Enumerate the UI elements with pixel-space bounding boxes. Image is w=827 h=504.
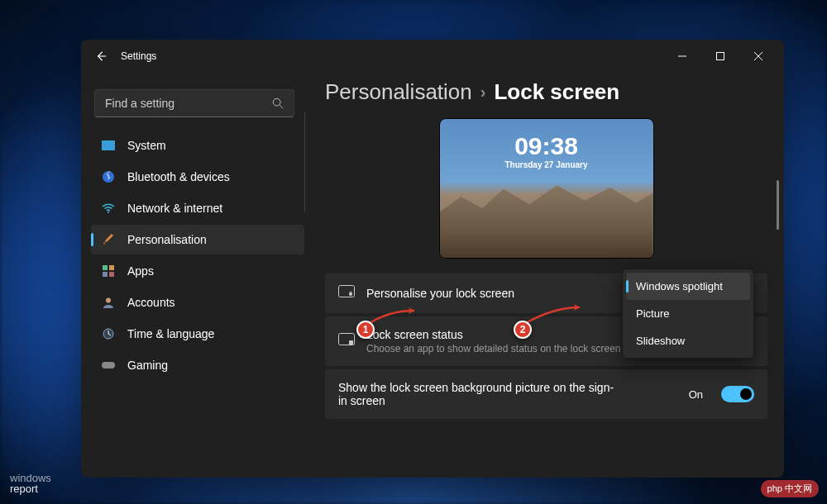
svg-rect-12 xyxy=(339,286,355,297)
gaming-icon xyxy=(101,358,116,373)
dropdown-option-spotlight[interactable]: Windows spotlight xyxy=(626,273,750,300)
maximize-button[interactable] xyxy=(701,43,739,69)
sidebar-item-network[interactable]: Network & internet xyxy=(91,193,304,223)
card-title: Show the lock screen background picture … xyxy=(338,381,619,407)
account-icon xyxy=(101,295,116,310)
breadcrumb-parent[interactable]: Personalisation xyxy=(325,79,472,105)
wifi-icon xyxy=(101,201,116,216)
svg-rect-5 xyxy=(103,265,108,270)
svg-rect-8 xyxy=(109,272,114,277)
settings-window: Settings Find a setting System xyxy=(81,40,784,478)
breadcrumb: Personalisation › Lock screen xyxy=(325,79,767,105)
window-controls xyxy=(663,43,777,69)
svg-point-9 xyxy=(106,298,111,303)
clock-icon xyxy=(101,326,116,341)
scrollbar-thumb[interactable] xyxy=(777,180,779,230)
brush-icon xyxy=(101,232,116,247)
show-background-card: Show the lock screen background picture … xyxy=(325,369,767,419)
sidebar-item-label: Gaming xyxy=(127,359,168,372)
sidebar: Find a setting System Bluetooth & device… xyxy=(81,73,304,478)
svg-rect-6 xyxy=(109,265,114,270)
sidebar-item-gaming[interactable]: Gaming xyxy=(91,350,304,380)
watermark-left: windowsreport xyxy=(10,473,51,494)
close-button[interactable] xyxy=(739,43,777,69)
status-icon xyxy=(338,333,355,349)
main-panel: Personalisation › Lock screen 09:38 Thur… xyxy=(305,73,784,478)
sidebar-item-accounts[interactable]: Accounts xyxy=(91,288,304,317)
nav-list: System Bluetooth & devices Network & int… xyxy=(91,131,304,380)
svg-rect-15 xyxy=(349,340,353,345)
svg-point-4 xyxy=(108,212,109,213)
scrollbar[interactable] xyxy=(777,180,779,468)
sidebar-item-apps[interactable]: Apps xyxy=(91,256,304,286)
apps-icon xyxy=(101,264,116,278)
svg-rect-0 xyxy=(717,53,724,60)
svg-point-1 xyxy=(273,98,280,106)
show-background-toggle[interactable] xyxy=(721,386,754,402)
system-icon xyxy=(101,138,116,153)
lock-screen-icon xyxy=(338,285,355,302)
preview-time-value: 09:38 xyxy=(440,132,653,160)
search-input[interactable]: Find a setting xyxy=(94,89,294,117)
close-icon xyxy=(754,52,762,60)
sidebar-item-label: Apps xyxy=(127,264,154,278)
minimize-icon xyxy=(678,52,686,60)
minimize-button[interactable] xyxy=(663,43,701,69)
dropdown-option-slideshow[interactable]: Slideshow xyxy=(626,327,750,354)
svg-rect-7 xyxy=(103,272,108,277)
sidebar-item-label: Bluetooth & devices xyxy=(127,170,230,183)
search-icon xyxy=(272,97,284,109)
background-dropdown: Windows spotlight Picture Slideshow xyxy=(622,269,754,359)
titlebar: Settings xyxy=(81,40,784,73)
preview-landscape xyxy=(440,182,653,258)
bluetooth-icon xyxy=(101,169,116,184)
sidebar-item-label: Personalisation xyxy=(127,233,207,246)
arrow-left-icon xyxy=(95,50,107,62)
svg-rect-11 xyxy=(102,362,115,368)
annotation-marker-1: 1 xyxy=(356,321,375,339)
search-placeholder: Find a setting xyxy=(105,97,272,110)
dropdown-option-picture[interactable]: Picture xyxy=(626,300,750,327)
preview-date-value: Thursday 27 January xyxy=(440,160,653,169)
toggle-label: On xyxy=(689,388,703,401)
sidebar-item-label: System xyxy=(127,139,166,152)
chevron-right-icon: › xyxy=(480,83,486,102)
preview-clock: 09:38 Thursday 27 January xyxy=(440,132,653,169)
lock-screen-preview: 09:38 Thursday 27 January xyxy=(439,118,654,259)
window-title: Settings xyxy=(121,50,156,62)
sidebar-item-label: Time & language xyxy=(127,327,214,340)
back-button[interactable] xyxy=(88,43,114,69)
sidebar-item-label: Accounts xyxy=(127,296,175,309)
svg-rect-2 xyxy=(102,140,115,150)
maximize-icon xyxy=(716,52,724,60)
sidebar-item-personalisation[interactable]: Personalisation xyxy=(91,225,304,254)
sidebar-item-system[interactable]: System xyxy=(91,131,304,160)
breadcrumb-current: Lock screen xyxy=(494,79,619,105)
content-area: Find a setting System Bluetooth & device… xyxy=(81,73,784,478)
annotation-marker-2: 2 xyxy=(514,321,532,339)
sidebar-item-time[interactable]: Time & language xyxy=(91,319,304,349)
watermark-right: php 中文网 xyxy=(761,480,819,497)
sidebar-item-label: Network & internet xyxy=(127,202,222,215)
sidebar-item-bluetooth[interactable]: Bluetooth & devices xyxy=(91,162,304,192)
